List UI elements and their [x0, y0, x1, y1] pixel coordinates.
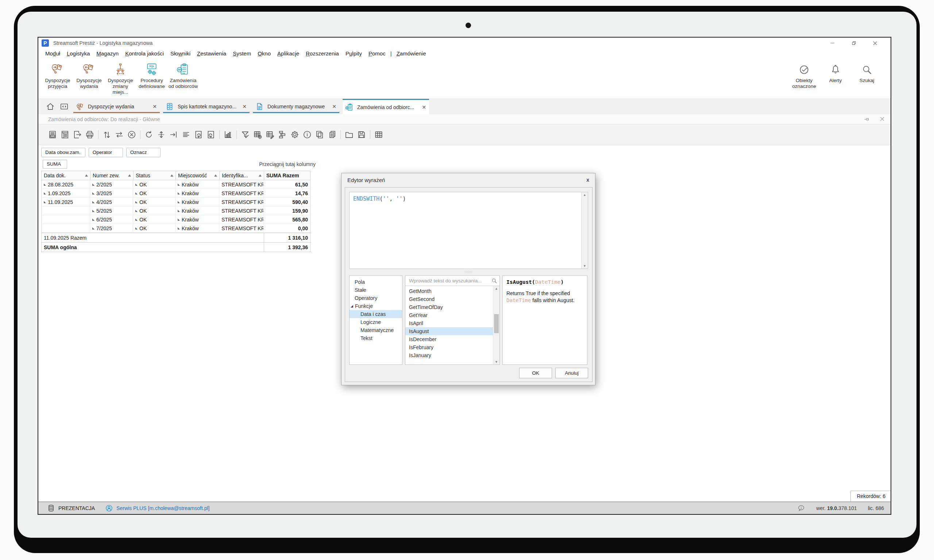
cell-expand-icon[interactable]	[178, 210, 180, 212]
expression-scrollbar[interactable]: ▲▼	[581, 192, 588, 269]
toolbar-copy-button[interactable]	[313, 130, 326, 139]
cell-expand-icon[interactable]	[135, 192, 137, 194]
toolbar-refresh-button[interactable]	[143, 130, 155, 139]
minimize-button[interactable]	[822, 38, 843, 48]
ribbon-button-obiekty-oznaczone[interactable]: Obiektyoznaczone	[788, 58, 820, 98]
toolbar-sort-button[interactable]	[101, 130, 113, 139]
menu-item-rozszerzenia[interactable]: Rozszerzenia	[302, 49, 342, 58]
toolbar-page-undo-button[interactable]	[192, 130, 205, 139]
cell-expand-icon[interactable]	[135, 218, 137, 221]
tree-item-pola[interactable]: Pola	[349, 278, 402, 286]
toolbar-hierarchy-button[interactable]	[276, 130, 289, 139]
table-row[interactable]: 28.08.20252/2025OKKrakówSTREAMSOFT KR...…	[41, 180, 311, 189]
toolbar-settings-gear-button[interactable]	[289, 130, 301, 139]
close-view-icon[interactable]	[879, 115, 885, 123]
menu-item-system[interactable]: System	[229, 49, 254, 58]
splitter-handle[interactable]: ::::::	[345, 270, 592, 274]
filter-chip-oznacz[interactable]: Oznacz	[126, 148, 160, 157]
tab-zamówienia-od-odbiorc-[interactable]: Zamówienia od odbiorc...✕	[343, 99, 429, 114]
ribbon-button-szukaj[interactable]: Szukaj	[851, 58, 883, 98]
function-item-getyear[interactable]: GetYear	[405, 311, 493, 319]
cancel-button[interactable]: Anuluj	[555, 368, 588, 378]
ok-button[interactable]: OK	[519, 368, 552, 378]
tree-item-stałe[interactable]: Stałe	[349, 286, 402, 294]
column-header-identyfika-[interactable]: Identyfika...	[219, 171, 264, 180]
ribbon-button-dyspozycje-wydania[interactable]: Dyspozycjewydania	[73, 58, 105, 98]
cell-expand-icon[interactable]	[135, 183, 137, 186]
toolbar-export-button[interactable]	[71, 130, 83, 139]
toolbar-expand-vertical-button[interactable]	[155, 130, 168, 139]
cell-expand-icon[interactable]	[92, 201, 94, 203]
cell-expand-icon[interactable]	[92, 183, 94, 186]
toolbar-print-button[interactable]	[83, 130, 96, 139]
function-item-gettimeofday[interactable]: GetTimeOfDay	[405, 303, 493, 311]
cell-expand-icon[interactable]	[44, 201, 46, 203]
menu-item-zam-wienie[interactable]: Zamówienie	[393, 49, 429, 58]
expression-input[interactable]: ENDSWITH('', '') ▲▼	[349, 192, 588, 269]
toolbar-cancel-button[interactable]	[126, 130, 138, 139]
toolbar-save-button[interactable]	[355, 130, 368, 139]
cell-expand-icon[interactable]	[178, 201, 180, 203]
table-row[interactable]: 5/2025OKKrakówSTREAMSOFT KR...159,90	[41, 206, 311, 215]
restore-button[interactable]	[843, 38, 864, 48]
info-bubble-icon[interactable]	[797, 504, 805, 512]
tab-spis-kartotek-magazyno-[interactable]: Spis kartotek magazyno...✕	[163, 99, 249, 114]
function-list-scrollbar[interactable]: ▲▼	[493, 286, 500, 365]
tab-dokumenty-magazynowe[interactable]: Dokumenty magazynowe✕	[253, 99, 339, 114]
tab-close-icon[interactable]: ✕	[422, 104, 426, 110]
tree-item-logiczne[interactable]: Logiczne	[349, 318, 402, 326]
column-header-data-dok-[interactable]: Data dok.	[41, 171, 90, 180]
column-header-suma-razem[interactable]: SUMA Razem	[264, 171, 311, 180]
menu-item-pomoc[interactable]: Pomoc	[365, 49, 389, 58]
cell-expand-icon[interactable]	[92, 227, 94, 229]
toolbar-folder-button[interactable]	[343, 130, 355, 139]
toolbar-align-lines-button[interactable]	[180, 130, 192, 139]
ribbon-button-zamówienia-od-odbiorców[interactable]: Zamówieniaod odbiorców	[168, 58, 199, 98]
table-row[interactable]: 7/2025OKKrakówSTREAMSOFT KR...0,00	[41, 224, 311, 233]
menu-item-pulpity[interactable]: Pulpity	[342, 49, 365, 58]
cell-expand-icon[interactable]	[178, 218, 180, 221]
cell-expand-icon[interactable]	[135, 210, 137, 212]
user-link[interactable]: Serwis PLUS [m.cholewa@streamsoft.pl]	[116, 505, 209, 511]
tree-item-data-i-czas[interactable]: Data i czas	[349, 310, 402, 318]
tree-item-funkcje[interactable]: Funkcje	[349, 302, 402, 310]
function-item-getsecond[interactable]: GetSecond	[405, 295, 493, 303]
menu-item-s-owniki[interactable]: Słowniki	[167, 49, 194, 58]
ribbon-button-dyspozycje-zmiany-miejs-[interactable]: Dyspozycjezmiany miejs...	[105, 58, 136, 98]
tree-item-tekst[interactable]: Tekst	[349, 334, 402, 342]
function-item-getmonth[interactable]: GetMonth	[405, 287, 493, 295]
tab-close-icon[interactable]: ✕	[152, 104, 157, 109]
toolbar-copy-multiple-button[interactable]	[326, 130, 338, 139]
function-item-isdecember[interactable]: IsDecember	[405, 335, 493, 343]
column-header-numer-zew-[interactable]: Numer zew.	[90, 171, 133, 180]
toolbar-report-button[interactable]	[59, 130, 71, 139]
tab-scroll-buttons[interactable]	[60, 99, 69, 114]
tab-close-icon[interactable]: ✕	[242, 104, 247, 109]
ribbon-button-procedury-definiowane[interactable]: SQLProcedurydefiniowane	[136, 58, 168, 98]
column-header-miejscowość[interactable]: Miejscowość	[175, 171, 219, 180]
toolbar-page-redo-button[interactable]	[205, 130, 217, 139]
ribbon-button-alerty[interactable]: Alerty	[820, 58, 851, 98]
toolbar-swap-button[interactable]	[113, 130, 126, 139]
group-chip-suma[interactable]: SUMA	[43, 160, 67, 169]
menu-item-zestawienia[interactable]: Zestawienia	[194, 49, 229, 58]
cell-expand-icon[interactable]	[92, 218, 94, 221]
toolbar-chart-button[interactable]	[222, 130, 234, 139]
cell-expand-icon[interactable]	[178, 227, 180, 229]
toolbar-table-sum-button[interactable]	[251, 130, 264, 139]
dialog-close-button[interactable]: x	[586, 177, 589, 183]
ribbon-button-dyspozycje-przyjęcia[interactable]: Dyspozycjeprzyjęcia	[42, 58, 73, 98]
cell-expand-icon[interactable]	[92, 210, 94, 212]
cell-expand-icon[interactable]	[44, 192, 46, 194]
cell-expand-icon[interactable]	[178, 192, 180, 194]
tab-dyspozycje-wydania[interactable]: Dyspozycje wydania✕	[73, 99, 160, 114]
tree-item-operatory[interactable]: Operatory	[349, 294, 402, 302]
function-item-isaugust[interactable]: IsAugust	[405, 327, 493, 335]
toolbar-filter-edit-button[interactable]	[239, 130, 251, 139]
menu-item-kontrola-jako-ci[interactable]: Kontrola jakości	[122, 49, 167, 58]
menu-item-logistyka[interactable]: Logistyka	[63, 49, 93, 58]
scrollbar-thumb[interactable]	[494, 314, 499, 333]
filter-chip-operator[interactable]: Operator	[89, 148, 123, 157]
toolbar-info-button[interactable]	[301, 130, 313, 139]
pin-icon[interactable]	[863, 115, 871, 123]
